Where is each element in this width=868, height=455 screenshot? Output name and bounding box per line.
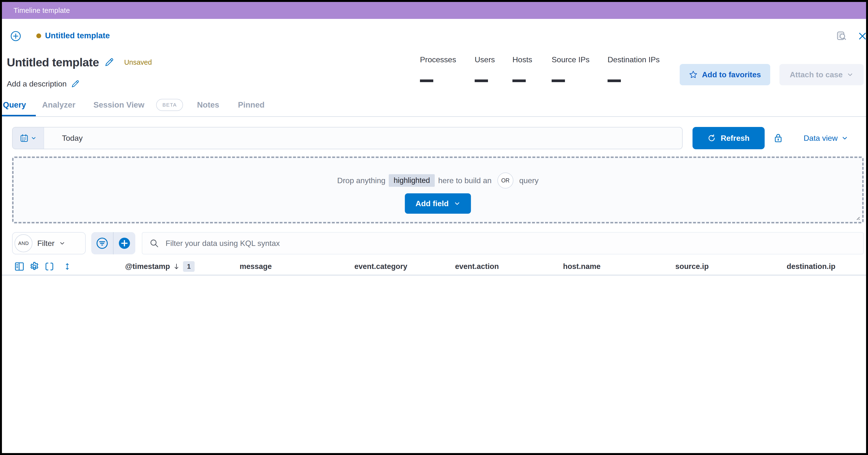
- drop-zone-hint: Drop anything highlighted here to build …: [13, 172, 862, 189]
- table-settings-button[interactable]: [29, 261, 40, 272]
- fullscreen-button[interactable]: [44, 261, 55, 272]
- sort-order-badge: 1: [183, 261, 195, 272]
- tab-query[interactable]: Query: [3, 100, 26, 110]
- query-drop-zone[interactable]: Drop anything highlighted here to build …: [12, 157, 864, 223]
- stat-source-ips: Source IPs: [552, 55, 590, 82]
- tab-notes[interactable]: Notes: [197, 100, 219, 110]
- timeline-template-link[interactable]: Untitled template: [45, 31, 110, 40]
- stat-loading-dash: [608, 80, 621, 82]
- filter-circle-icon: [96, 237, 109, 250]
- star-icon: [689, 70, 698, 79]
- tab-pinned[interactable]: Pinned: [238, 100, 265, 110]
- drop-hint-suffix: query: [519, 176, 538, 185]
- data-view-label: Data view: [804, 134, 838, 143]
- beta-badge: BETA: [156, 99, 183, 111]
- inspect-icon: [837, 31, 847, 41]
- refresh-button[interactable]: Refresh: [692, 127, 765, 149]
- column-header-source-ip[interactable]: source.ip: [675, 261, 709, 272]
- plus-circle-icon: [10, 31, 21, 42]
- window-titlebar: Timeline template: [2, 2, 866, 19]
- stat-label: Destination IPs: [608, 55, 660, 64]
- stat-label: Users: [475, 55, 495, 64]
- quick-select-button[interactable]: [12, 127, 44, 149]
- chevron-down-icon: [847, 72, 853, 78]
- arrow-down-icon: [173, 263, 180, 270]
- column-header-event-action[interactable]: event.action: [455, 261, 499, 272]
- stat-loading-dash: [420, 80, 433, 82]
- chevron-down-icon: [31, 136, 36, 141]
- kql-search-bar: [142, 232, 864, 254]
- title-row: Untitled template Unsaved: [7, 56, 152, 69]
- stat-loading-dash: [513, 80, 526, 82]
- add-field-button[interactable]: Add field: [405, 193, 471, 214]
- kql-search-input[interactable]: [165, 239, 856, 248]
- search-icon: [150, 239, 159, 248]
- stat-loading-dash: [552, 80, 565, 82]
- highlighted-chip: highlighted: [389, 174, 435, 187]
- filter-set-button[interactable]: [91, 232, 114, 254]
- description-placeholder: Add a description: [7, 80, 67, 88]
- filter-actions-group: [91, 232, 135, 254]
- stat-label: Hosts: [513, 55, 532, 64]
- drop-hint-middle: here to build an: [438, 176, 492, 185]
- column-header-destination-ip[interactable]: destination.ip: [787, 261, 836, 272]
- data-view-selector[interactable]: Data view: [804, 127, 848, 149]
- table-header-divider: [2, 275, 866, 276]
- up-down-arrow-icon: [63, 262, 71, 271]
- close-button[interactable]: [858, 31, 867, 41]
- lock-button[interactable]: [773, 133, 783, 143]
- window-title: Timeline template: [13, 6, 70, 15]
- stat-label: Processes: [420, 55, 456, 64]
- pencil-icon: [71, 80, 79, 88]
- stat-label: Source IPs: [552, 55, 590, 64]
- column-header-host-name[interactable]: host.name: [563, 261, 600, 272]
- plus-circle-filled-icon: [118, 237, 131, 250]
- unsaved-status-dot: [36, 33, 41, 38]
- stat-loading-dash: [475, 80, 488, 82]
- resize-handle-icon: [853, 213, 860, 221]
- gear-icon: [29, 261, 39, 272]
- page-title: Untitled template: [7, 56, 99, 69]
- edit-description-button[interactable]: [71, 80, 79, 88]
- row-height-button[interactable]: [63, 261, 72, 272]
- tabs-divider: [2, 116, 866, 117]
- new-timeline-button[interactable]: [10, 31, 21, 42]
- or-operator-badge: OR: [497, 172, 514, 189]
- refresh-label: Refresh: [721, 134, 749, 143]
- inspect-button[interactable]: [837, 31, 847, 41]
- resize-handle[interactable]: [853, 213, 860, 221]
- chevron-down-icon: [454, 200, 460, 207]
- chevron-down-icon: [59, 240, 65, 246]
- chevron-down-icon: [842, 135, 848, 141]
- column-header-timestamp[interactable]: @timestamp 1: [125, 261, 195, 272]
- pencil-icon: [104, 58, 114, 67]
- add-to-favorites-button[interactable]: Add to favorites: [680, 64, 770, 85]
- calendar-icon: [20, 134, 29, 142]
- edit-title-button[interactable]: [104, 58, 114, 67]
- add-filter-button[interactable]: [114, 232, 135, 254]
- date-range-value[interactable]: Today: [44, 127, 83, 149]
- refresh-icon: [708, 134, 716, 142]
- timeline-template-window: Timeline template Untitled template Unti…: [0, 0, 868, 455]
- column-header-message[interactable]: message: [240, 261, 272, 272]
- column-header-event-category[interactable]: event.category: [354, 261, 407, 272]
- drop-hint-prefix: Drop anything: [337, 176, 385, 185]
- tab-session-view[interactable]: Session View: [93, 100, 144, 110]
- tab-analyzer[interactable]: Analyzer: [42, 100, 75, 110]
- attach-to-case-button[interactable]: Attach to case: [779, 64, 864, 85]
- filter-label: Filter: [37, 239, 55, 248]
- conjunction-badge: AND: [14, 234, 32, 252]
- date-range-picker: Today: [12, 127, 683, 149]
- add-to-favorites-label: Add to favorites: [702, 70, 761, 79]
- description-row: Add a description: [7, 80, 79, 88]
- timeline-content: Untitled template Untitled template Unsa…: [2, 19, 866, 453]
- add-field-label: Add field: [415, 199, 449, 208]
- status-badge: Unsaved: [124, 58, 152, 66]
- filter-conjunction-dropdown[interactable]: AND Filter: [12, 232, 86, 254]
- fullscreen-icon: [44, 261, 55, 272]
- stat-hosts: Hosts: [513, 55, 532, 82]
- lock-icon: [773, 133, 783, 143]
- manage-columns-button[interactable]: [14, 261, 25, 272]
- stat-processes: Processes: [420, 55, 456, 82]
- stat-users: Users: [475, 55, 495, 82]
